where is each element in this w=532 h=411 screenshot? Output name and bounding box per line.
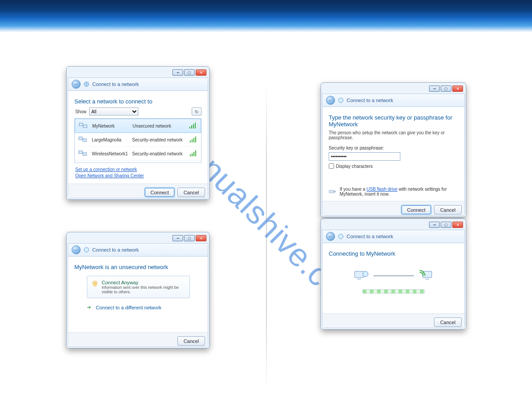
connect-button[interactable]: Connect <box>145 188 175 197</box>
connect-anyway-desc: Information sent over this network might… <box>102 285 185 294</box>
network-type: Security-enabled network <box>132 151 185 156</box>
svg-rect-25 <box>355 271 364 278</box>
dialog-header: ← Connect to a network <box>68 243 208 256</box>
close-button[interactable]: ✕ <box>452 222 463 228</box>
svg-rect-5 <box>193 124 194 128</box>
svg-rect-16 <box>192 153 193 156</box>
svg-rect-8 <box>83 139 86 141</box>
heading: Connecting to MyNetwork <box>329 250 458 257</box>
close-button[interactable]: ✕ <box>196 69 206 76</box>
page-divider <box>266 84 267 393</box>
titlebar[interactable]: ━ ▢ ✕ <box>68 68 208 77</box>
top-banner <box>0 0 532 32</box>
maximize-button[interactable]: ▢ <box>184 235 195 241</box>
titlebar[interactable]: ━ ▢ ✕ <box>322 220 465 230</box>
svg-point-19 <box>84 248 89 253</box>
svg-rect-18 <box>195 150 196 156</box>
network-type: Security-enabled network <box>132 137 185 142</box>
svg-rect-6 <box>195 123 196 128</box>
heading: MyNetwork is an unsecured network <box>74 264 202 270</box>
minimize-button[interactable]: ━ <box>172 235 183 241</box>
svg-rect-13 <box>79 151 82 154</box>
titlebar[interactable]: ━ ▢ ✕ <box>322 84 465 94</box>
svg-rect-4 <box>191 125 192 128</box>
dialog-unsecured-warning: ━ ▢ ✕ ← Connect to a network MyNetwork i… <box>66 232 210 348</box>
close-button[interactable]: ✕ <box>452 86 463 92</box>
svg-rect-7 <box>79 137 82 140</box>
refresh-button[interactable]: ↻ <box>192 107 202 116</box>
svg-rect-11 <box>193 138 194 142</box>
signal-strength-icon <box>189 150 197 157</box>
heading: Select a network to connect to <box>74 98 202 105</box>
network-globe-icon <box>338 97 344 103</box>
back-icon[interactable]: ← <box>72 80 81 89</box>
dialog-header: ← Connect to a network <box>322 230 465 243</box>
network-type: Unsecured network <box>133 124 184 128</box>
signal-strength-icon <box>189 137 197 143</box>
network-row[interactable]: MyNetwork Unsecured network <box>75 119 201 133</box>
subtext: The person who setup the network can giv… <box>329 130 458 140</box>
display-chars-label: Display characters <box>336 164 373 169</box>
maximize-button[interactable]: ▢ <box>441 222 451 228</box>
minimize-button[interactable]: ━ <box>429 86 440 92</box>
network-globe-icon <box>338 233 344 240</box>
security-key-input[interactable] <box>329 152 400 161</box>
svg-rect-22 <box>329 190 334 193</box>
svg-rect-17 <box>193 152 194 156</box>
connect-button[interactable]: Connect <box>401 205 431 214</box>
usb-drive-icon <box>329 188 336 195</box>
network-name: MyNetwork <box>92 124 128 128</box>
dialog-connecting: ━ ▢ ✕ ← Connect to a network Connecting … <box>321 218 466 330</box>
minimize-button[interactable]: ━ <box>172 69 183 76</box>
svg-rect-2 <box>83 125 87 128</box>
show-select[interactable]: All <box>89 107 138 116</box>
display-chars-box[interactable] <box>329 163 334 169</box>
titlebar[interactable]: ━ ▢ ✕ <box>68 233 208 243</box>
connecting-illustration <box>329 270 458 282</box>
dialog-title: Connect to a network <box>92 81 139 87</box>
network-name: LargeMagnolia <box>92 137 128 142</box>
display-chars-checkbox[interactable]: Display characters <box>329 163 458 169</box>
dialog-title: Connect to a network <box>347 234 393 239</box>
svg-rect-10 <box>192 139 193 142</box>
key-label: Security key or passphrase: <box>329 146 458 150</box>
cancel-button[interactable]: Cancel <box>177 188 205 197</box>
back-icon[interactable]: ← <box>326 232 335 241</box>
computer-left-icon <box>354 270 369 282</box>
signal-strength-icon <box>189 123 197 129</box>
setup-connection-link[interactable]: Set up a connection or network <box>75 167 202 173</box>
dialog-title: Connect to a network <box>92 247 139 253</box>
network-globe-icon <box>83 81 90 87</box>
computer-pair-icon <box>79 122 88 130</box>
cancel-button[interactable]: Cancel <box>177 336 205 346</box>
svg-rect-15 <box>190 154 191 156</box>
connect-anyway-title: Connect Anyway <box>102 280 185 285</box>
minimize-button[interactable]: ━ <box>429 222 440 228</box>
close-button[interactable]: ✕ <box>196 235 206 241</box>
connect-different-option[interactable]: ➔ Connect to a different network <box>87 304 202 311</box>
back-icon[interactable]: ← <box>326 96 335 105</box>
cancel-button[interactable]: Cancel <box>434 205 462 214</box>
connect-anyway-option[interactable]: ! Connect Anyway Information sent over t… <box>87 276 190 298</box>
network-globe-icon <box>83 247 90 253</box>
maximize-button[interactable]: ▢ <box>441 86 451 92</box>
heading: Type the network security key or passphr… <box>329 114 458 128</box>
back-icon[interactable]: ← <box>72 245 81 254</box>
dialog-header: ← Connect to a network <box>68 77 208 90</box>
open-sharing-center-link[interactable]: Open Network and Sharing Center <box>75 173 202 179</box>
dialog-title: Connect to a network <box>347 98 393 103</box>
computer-pair-icon <box>78 136 87 144</box>
connect-different-label: Connect to a different network <box>96 305 162 310</box>
usb-text-pre: If you have a <box>339 187 365 192</box>
svg-point-21 <box>339 98 343 103</box>
svg-rect-9 <box>190 141 191 142</box>
network-name: WirelessNetwork1 <box>92 151 128 156</box>
cancel-button[interactable]: Cancel <box>434 317 462 327</box>
maximize-button[interactable]: ▢ <box>184 69 195 76</box>
dialog-enter-key: ━ ▢ ✕ ← Connect to a network Type the ne… <box>321 82 466 217</box>
usb-flash-drive-link[interactable]: USB flash drive <box>367 187 398 192</box>
network-row[interactable]: WirelessNetwork1 Security-enabled networ… <box>75 147 201 161</box>
network-row[interactable]: LargeMagnolia Security-enabled network <box>75 133 201 147</box>
network-list[interactable]: MyNetwork Unsecured network LargeMagnoli… <box>74 118 202 163</box>
svg-rect-12 <box>195 137 196 142</box>
